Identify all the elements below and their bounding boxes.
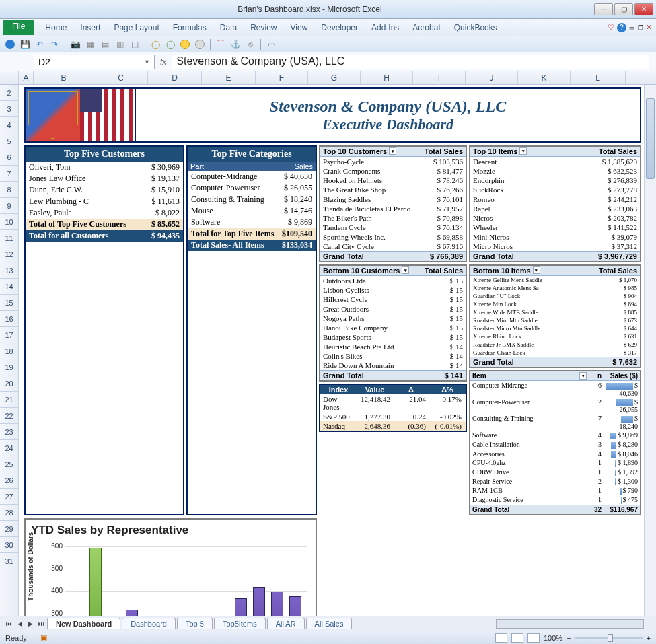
ribbon-tab-acrobat[interactable]: Acrobat <box>406 21 447 34</box>
col-C[interactable]: C <box>94 71 148 84</box>
row-23[interactable]: 23 <box>0 424 18 440</box>
camera-icon[interactable]: 📷 <box>69 38 81 50</box>
redo-icon[interactable]: ↷ <box>48 38 61 50</box>
col-K[interactable]: K <box>518 71 571 84</box>
ribbon-tab-data[interactable]: Data <box>213 21 244 34</box>
view-normal-button[interactable] <box>495 633 507 643</box>
col-D[interactable]: D <box>148 71 202 84</box>
row-27[interactable]: 27 <box>0 489 18 505</box>
row-30[interactable]: 30 <box>0 537 18 553</box>
sheet-tab[interactable]: All AR <box>267 618 305 629</box>
macro-record-icon[interactable]: ▣ <box>40 633 47 642</box>
tab-nav-next[interactable]: ▶ <box>26 619 35 629</box>
grid-icon[interactable]: ▥ <box>114 38 126 50</box>
select-all-corner[interactable] <box>0 71 19 84</box>
col-I[interactable]: I <box>413 71 466 84</box>
row-6[interactable]: 6 <box>0 149 18 166</box>
sheet-tab[interactable]: New Dashboard <box>47 618 120 629</box>
ribbon-tab-review[interactable]: Review <box>244 21 283 34</box>
filter-icon[interactable]: ▾ <box>402 266 409 274</box>
tab-nav-first[interactable]: ⏮ <box>4 619 13 629</box>
row-15[interactable]: 15 <box>0 295 18 311</box>
sheet-tab[interactable]: Top5Items <box>214 618 266 629</box>
maximize-button[interactable]: ▢ <box>614 3 633 15</box>
ribbon-tab-pagelayout[interactable]: Page Layout <box>107 21 166 34</box>
tree-icon[interactable]: ⎋ <box>244 38 256 50</box>
tab-nav-prev[interactable]: ◀ <box>15 619 24 629</box>
col-A[interactable]: A <box>19 71 34 84</box>
namebox-dropdown-icon[interactable]: ▼ <box>144 59 150 65</box>
help-icon[interactable]: ? <box>617 23 626 32</box>
fx-label[interactable]: fx <box>160 57 166 67</box>
row-24[interactable]: 24 <box>0 440 18 456</box>
row-5[interactable]: 5 <box>0 133 18 149</box>
formula-input[interactable]: Stevenson & Company (USA), LLC <box>172 55 649 69</box>
zoom-out-button[interactable]: − <box>567 634 571 642</box>
magnet-icon[interactable]: ⌒ <box>215 38 227 50</box>
row-18[interactable]: 18 <box>0 343 18 359</box>
filter-icon[interactable]: ▾ <box>389 147 396 155</box>
sheet-tab[interactable]: Dashboard <box>122 618 176 629</box>
row-29[interactable]: 29 <box>0 521 18 537</box>
col-H[interactable]: H <box>361 71 413 84</box>
save-icon[interactable]: 💾 <box>19 38 31 50</box>
vertical-scrollbar[interactable] <box>644 85 656 616</box>
row-22[interactable]: 22 <box>0 408 18 424</box>
row-25[interactable]: 25 <box>0 456 18 472</box>
file-tab[interactable]: File <box>3 20 34 35</box>
col-L[interactable]: L <box>571 71 626 84</box>
row-26[interactable]: 26 <box>0 472 18 489</box>
ribbon-tab-view[interactable]: View <box>284 21 315 34</box>
row-28[interactable]: 28 <box>0 505 18 521</box>
view-pagebreak-button[interactable] <box>527 633 540 643</box>
col-B[interactable]: B <box>34 71 94 84</box>
row-12[interactable]: 12 <box>0 246 18 262</box>
col-J[interactable]: J <box>466 71 518 84</box>
close-button[interactable]: ✕ <box>634 3 653 15</box>
tab-nav-last[interactable]: ⏭ <box>36 619 46 629</box>
minimize-button[interactable]: ─ <box>594 3 613 15</box>
sheet-tab[interactable]: Top 5 <box>177 618 213 629</box>
row-4[interactable]: 4 <box>0 117 18 133</box>
row-3[interactable]: 3 <box>0 101 18 117</box>
col-F[interactable]: F <box>256 71 308 84</box>
row-9[interactable]: 9 <box>0 198 18 214</box>
horizontal-scrollbar[interactable] <box>496 619 644 629</box>
row-14[interactable]: 14 <box>0 279 18 295</box>
row-8[interactable]: 8 <box>0 182 18 198</box>
minimize-ribbon-icon[interactable]: ▭ <box>629 24 635 31</box>
ribbon-tab-quickbooks[interactable]: QuickBooks <box>447 21 504 34</box>
row-13[interactable]: 13 <box>0 262 18 279</box>
chart-icon[interactable]: ◫ <box>129 38 141 50</box>
view-pagelayout-button[interactable] <box>511 633 523 643</box>
col-G[interactable]: G <box>308 71 361 84</box>
worksheet-area[interactable]: Stevenson & Company (USA), LLC Executive… <box>19 85 644 616</box>
ribbon-tab-developer[interactable]: Developer <box>314 21 365 34</box>
anchor-icon[interactable]: ⚓ <box>229 38 242 50</box>
sheet-tab[interactable]: All Sales <box>306 618 353 629</box>
row-20[interactable]: 20 <box>0 375 18 392</box>
ribbon-tab-addins[interactable]: Add-Ins <box>365 21 406 34</box>
row-31[interactable]: 31 <box>0 553 18 569</box>
row-16[interactable]: 16 <box>0 311 18 327</box>
ribbon-tab-insert[interactable]: Insert <box>73 21 107 34</box>
row-17[interactable]: 17 <box>0 327 18 343</box>
restore-workbook-icon[interactable]: ❐ <box>638 24 643 31</box>
close-workbook-icon[interactable]: ✕ <box>646 23 652 32</box>
ribbon-tab-home[interactable]: Home <box>38 21 73 34</box>
ribbon-tab-formulas[interactable]: Formulas <box>166 21 213 34</box>
undo-icon[interactable]: ↶ <box>34 38 46 50</box>
zoom-slider[interactable] <box>575 637 643 639</box>
row-7[interactable]: 7 <box>0 166 18 182</box>
row-10[interactable]: 10 <box>0 214 18 230</box>
filter-icon[interactable]: ▾ <box>533 266 540 274</box>
frown-icon[interactable] <box>194 38 206 50</box>
sheet-icon[interactable]: ▦ <box>84 38 96 50</box>
circle1-icon[interactable]: ◯ <box>149 38 161 50</box>
smiley-icon[interactable] <box>179 38 191 50</box>
name-box[interactable]: D2▼ <box>34 55 155 69</box>
filter-icon[interactable]: ▾ <box>579 372 587 380</box>
circle2-icon[interactable]: ◯ <box>164 38 176 50</box>
table-icon[interactable]: ▤ <box>99 38 111 50</box>
zoom-in-button[interactable]: + <box>647 634 651 642</box>
